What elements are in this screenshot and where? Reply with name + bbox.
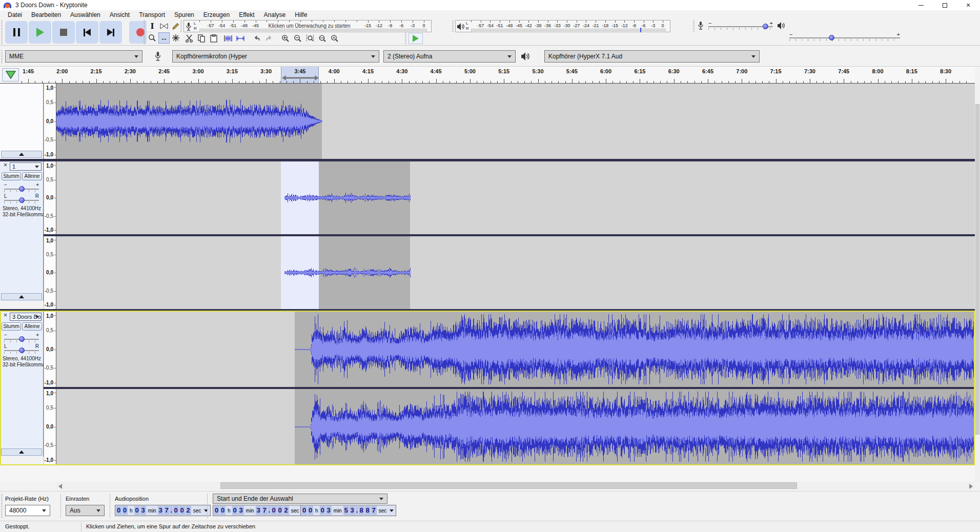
track3-gain-slider[interactable]: − +	[4, 332, 39, 342]
time-digit[interactable]: 0	[271, 506, 277, 515]
menu-item-bearbeiten[interactable]: Bearbeiten	[27, 11, 66, 19]
time-digit[interactable]: 0	[220, 506, 226, 515]
track3-waveform-right[interactable]	[56, 389, 975, 464]
menu-item-spuren[interactable]: Spuren	[170, 11, 199, 19]
track2-solo-button[interactable]: Alleine	[22, 172, 42, 180]
menu-item-transport[interactable]: Transport	[134, 11, 170, 19]
menu-item-analyse[interactable]: Analyse	[259, 11, 291, 19]
track3-solo-button[interactable]: Alleine	[22, 322, 42, 331]
time-digit[interactable]: 0	[173, 506, 179, 515]
time-digit[interactable]: 0	[301, 506, 307, 515]
record-meter-grip[interactable]	[180, 21, 182, 32]
zoom-to-project-button[interactable]	[317, 33, 328, 44]
track3-ch2-vertical-ruler[interactable]: 1,00,50,0-0,5-1,0	[44, 389, 56, 464]
time-digit[interactable]: 0	[116, 506, 121, 515]
zoom-tool-button[interactable]	[147, 32, 158, 44]
track-menu-chevron-icon[interactable]	[35, 316, 39, 318]
time-shift-tool-button[interactable]: ↔	[158, 32, 170, 44]
stop-button[interactable]	[52, 21, 75, 44]
track2-ch2-vertical-ruler[interactable]: 1,00,50,0-0,5-1,0	[44, 236, 56, 309]
menu-item-auswählen[interactable]: Auswählen	[66, 11, 105, 19]
track3-collapse-button[interactable]	[1, 448, 42, 456]
scroll-right-icon[interactable]	[969, 484, 973, 489]
time-dot[interactable]: .	[268, 506, 271, 515]
vertical-scrollbar[interactable]	[975, 84, 980, 482]
time-unit[interactable]: min	[244, 508, 256, 514]
recording-channels-select[interactable]: 2 (Stereo) Aufna	[383, 50, 516, 63]
time-digit[interactable]: 0	[232, 506, 238, 515]
playback-meter-grip[interactable]	[452, 21, 454, 32]
selection-end-field[interactable]: 00h03min53.887sec	[300, 505, 396, 516]
time-digit[interactable]: 0	[308, 506, 313, 515]
time-digit[interactable]: 0	[214, 506, 219, 515]
time-unit[interactable]: sec	[290, 508, 301, 514]
track1-collapse-button[interactable]	[1, 151, 42, 158]
track-menu-chevron-icon[interactable]	[35, 166, 39, 168]
zoom-out-button[interactable]	[292, 33, 303, 44]
record-volume-thumb[interactable]	[763, 24, 768, 29]
track2-waveform-left[interactable]	[56, 161, 975, 234]
time-digit[interactable]: 3	[140, 506, 146, 515]
menu-item-ansicht[interactable]: Ansicht	[105, 11, 134, 19]
redo-button[interactable]	[263, 33, 275, 44]
track3-waveform-left[interactable]	[56, 312, 975, 387]
time-dot[interactable]: .	[356, 506, 358, 515]
track3-mute-button[interactable]: Stumm	[2, 322, 21, 331]
maximize-button[interactable]	[933, 0, 956, 10]
menu-item-hilfe[interactable]: Hilfe	[290, 11, 312, 19]
time-digit[interactable]: 3	[238, 506, 244, 515]
time-digit[interactable]: 0	[134, 506, 140, 515]
track1-panel[interactable]	[0, 84, 44, 159]
track2-collapse-button[interactable]	[1, 293, 42, 300]
track2-mute-button[interactable]: Stumm	[2, 172, 21, 180]
menu-item-erzeugen[interactable]: Erzeugen	[199, 11, 234, 19]
horizontal-scroll-thumb[interactable]	[220, 482, 797, 489]
playback-meter[interactable]: L R -57-54-51-48-45-42-39-36-33-30-27-24…	[455, 20, 670, 32]
track2-close-button[interactable]: ×	[2, 162, 9, 169]
skip-to-end-button[interactable]	[99, 21, 122, 44]
track3-name-field[interactable]: 3 Doors Do	[10, 313, 42, 321]
track3-pan-thumb[interactable]	[19, 347, 25, 353]
time-unit[interactable]: sec	[192, 508, 203, 514]
draw-tool-button[interactable]	[170, 21, 181, 32]
close-button[interactable]: ×	[956, 0, 980, 10]
time-digit[interactable]: 7	[262, 506, 268, 515]
time-digit[interactable]: 8	[359, 506, 364, 515]
time-digit[interactable]: 2	[283, 506, 289, 515]
time-unit[interactable]: h	[314, 508, 320, 514]
time-unit[interactable]: h	[226, 508, 232, 514]
time-digit[interactable]: 7	[371, 506, 377, 515]
chevron-down-icon[interactable]	[390, 509, 394, 512]
track2-waveform-right[interactable]	[56, 236, 975, 309]
chevron-down-icon[interactable]	[204, 509, 208, 512]
tools-grip[interactable]	[144, 21, 145, 44]
time-unit[interactable]: sec	[377, 508, 389, 514]
record-volume-slider[interactable]: − +	[708, 20, 773, 31]
time-digit[interactable]: 3	[158, 506, 164, 515]
track3-ch1-vertical-ruler[interactable]: 1,00,50,0-0,5-1,0	[44, 312, 56, 387]
play-button[interactable]	[29, 21, 51, 44]
track2-pan-slider[interactable]: L R	[4, 193, 39, 203]
play-at-speed-grip[interactable]	[405, 33, 406, 44]
undo-button[interactable]	[251, 33, 262, 44]
envelope-tool-button[interactable]	[158, 21, 170, 32]
play-at-speed-button[interactable]	[409, 33, 423, 44]
scroll-left-icon[interactable]	[58, 484, 62, 489]
monitor-hint-text[interactable]: Klicken um Überwachung zu starten	[269, 23, 351, 29]
time-digit[interactable]: 0	[179, 506, 185, 515]
time-unit[interactable]: min	[332, 508, 343, 514]
horizontal-scrollbar[interactable]	[56, 482, 975, 490]
project-rate-select[interactable]: 48000	[5, 505, 50, 516]
toolbar-grip[interactable]	[1, 21, 3, 44]
recording-device-select[interactable]: Kopfhörermikrofon (Hyper	[172, 50, 379, 63]
playback-volume-slider[interactable]: − +	[789, 31, 900, 43]
timeline-options-button[interactable]	[2, 68, 19, 81]
paste-button[interactable]	[208, 33, 219, 44]
audio-host-select[interactable]: MME	[5, 50, 142, 63]
track3-panel[interactable]: × 3 Doors Do Stumm Alleine − + L R Stere…	[0, 312, 44, 457]
track2-gain-thumb[interactable]	[19, 186, 25, 192]
time-digit[interactable]: 0	[122, 506, 128, 515]
trim-audio-button[interactable]	[222, 33, 234, 44]
pause-button[interactable]	[5, 21, 28, 44]
selection-mode-select[interactable]: Start und Ende der Auswahl	[213, 494, 387, 504]
